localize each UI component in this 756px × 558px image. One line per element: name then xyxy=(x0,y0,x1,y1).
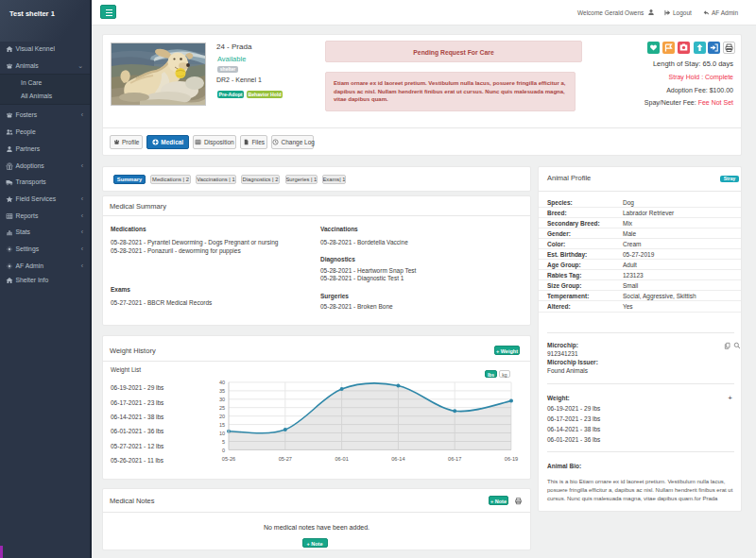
svg-text:40: 40 xyxy=(219,380,225,385)
svg-text:06-19: 06-19 xyxy=(505,456,518,462)
svg-text:30: 30 xyxy=(219,397,225,402)
svg-text:06-17: 06-17 xyxy=(448,456,461,462)
svg-text:06-01: 06-01 xyxy=(335,456,348,462)
svg-text:05-27: 05-27 xyxy=(279,456,292,462)
svg-text:0: 0 xyxy=(222,448,225,453)
svg-text:35: 35 xyxy=(219,388,225,394)
svg-text:15: 15 xyxy=(219,422,225,428)
svg-text:5: 5 xyxy=(222,439,225,445)
svg-text:06-14: 06-14 xyxy=(391,456,404,462)
svg-text:20: 20 xyxy=(219,414,225,419)
svg-text:05-26: 05-26 xyxy=(222,456,235,462)
svg-text:25: 25 xyxy=(219,405,225,411)
svg-text:10: 10 xyxy=(219,431,225,436)
